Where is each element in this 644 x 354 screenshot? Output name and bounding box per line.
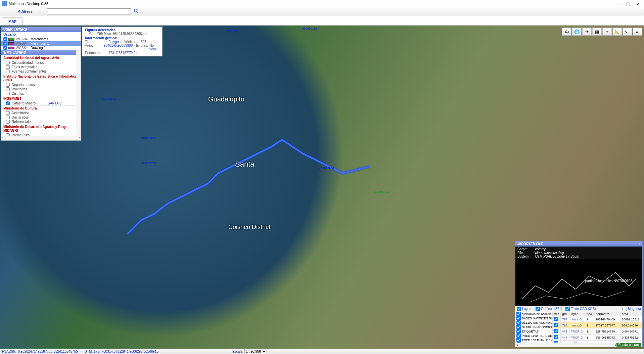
row-checkbox[interactable] bbox=[554, 341, 558, 343]
svg-line-4 bbox=[137, 11, 138, 13]
grid-icon[interactable]: ▦ bbox=[592, 28, 602, 36]
imp-layer-checkbox[interactable] bbox=[516, 342, 521, 343]
close-icon[interactable]: × bbox=[638, 242, 640, 246]
wms-checkbox[interactable] bbox=[6, 116, 10, 119]
wms-checkbox[interactable] bbox=[6, 61, 10, 64]
table-header[interactable]: perimetro bbox=[594, 312, 620, 316]
menu-icon[interactable]: ≡ bbox=[633, 28, 642, 36]
imported-layer-item[interactable]: PREDIOS SANEADOS PRO bbox=[515, 342, 552, 343]
table-header[interactable]: layer bbox=[569, 312, 585, 316]
tab-map[interactable]: MAP bbox=[2, 17, 23, 25]
table-row[interactable]: 799 huaraz3 1 17317.537677... 984.014596 bbox=[553, 322, 642, 328]
wms-checkbox[interactable] bbox=[6, 120, 10, 124]
imported-layer-list[interactable]: afectacion sin acondicionBASES MATRICES … bbox=[515, 312, 552, 343]
wms-checkbox[interactable] bbox=[6, 92, 10, 95]
table-row[interactable]: 798 trujillo 1 21468.330753... 928.39437… bbox=[553, 341, 642, 343]
wms-item[interactable]: Fajas marginales bbox=[1, 65, 81, 69]
cursor-icon[interactable]: ↖⁺ bbox=[623, 28, 632, 36]
row-checkbox[interactable] bbox=[554, 323, 558, 327]
imported-layer-item[interactable]: PRED 1192 FINAL DENEG bbox=[515, 334, 552, 338]
wms-checkbox[interactable] bbox=[6, 133, 10, 136]
imported-table[interactable]: Vergidlayertipoperimetroarea 797 huaraz3… bbox=[552, 312, 642, 343]
wms-checkbox[interactable] bbox=[6, 101, 10, 105]
minimize-button[interactable]: — bbox=[616, 1, 620, 6]
table-row[interactable]: 472 PROP_2 1 328.75214840... 0.40494271 bbox=[553, 328, 642, 335]
table-header[interactable]: Ver bbox=[553, 312, 561, 316]
table-row[interactable]: 797 huaraz3 1 185166.79409... 20899.1351… bbox=[553, 316, 642, 322]
row-checkbox[interactable] bbox=[554, 335, 558, 339]
wms-checkbox[interactable] bbox=[6, 70, 10, 73]
toggle-texto[interactable]: Texto CAD (315) bbox=[565, 307, 596, 311]
imported-layer-item[interactable]: DL130 SIN ACONDICION bbox=[515, 325, 552, 329]
imp-layer-checkbox[interactable] bbox=[516, 320, 521, 325]
row-checkbox[interactable] bbox=[554, 329, 558, 333]
imported-layer-item[interactable]: ETIQUETAS bbox=[515, 329, 552, 334]
wms-label: Referenciales bbox=[12, 120, 32, 124]
layer-checkbox[interactable] bbox=[3, 46, 7, 50]
user-layer-row[interactable]: WGS84 File import 1 bbox=[1, 41, 81, 46]
hscroll[interactable]: ‹› bbox=[1, 136, 81, 140]
toggle-graficos[interactable]: Gráficos (521) bbox=[536, 307, 562, 311]
wms-item[interactable]: Departamentos bbox=[1, 83, 81, 87]
wms-label: Fuentes contaminantes bbox=[12, 70, 47, 73]
wms-item[interactable]: Catastro MineroSANTA V bbox=[1, 101, 81, 105]
imp-layer-checkbox[interactable] bbox=[516, 338, 521, 342]
layer-checkbox[interactable] bbox=[3, 42, 7, 45]
tab-row: MAP bbox=[0, 15, 644, 26]
toggle-magenta[interactable]: Magenta bbox=[623, 307, 641, 311]
table-header[interactable]: gid bbox=[561, 312, 569, 316]
imp-layer-checkbox[interactable] bbox=[516, 312, 521, 316]
imported-layer-item[interactable]: PRED 130 FINAL DENEGA bbox=[515, 338, 552, 342]
user-layer-row[interactable]: WGS84 Marcadores bbox=[1, 37, 81, 41]
imp-layer-checkbox[interactable] bbox=[516, 329, 521, 334]
wms-checkbox[interactable] bbox=[6, 87, 10, 91]
wms-item[interactable]: Delimitados bbox=[1, 111, 81, 115]
table-header[interactable]: tipo bbox=[585, 312, 594, 316]
row-checkbox[interactable] bbox=[554, 317, 558, 321]
close-button[interactable]: ✕ bbox=[636, 1, 640, 6]
wms-item[interactable]: Predio Rural bbox=[1, 133, 81, 136]
wms-item[interactable]: Fuentes contaminantes bbox=[1, 69, 81, 74]
ruler-icon[interactable]: 📐 bbox=[612, 28, 622, 36]
address-bar: Address bbox=[0, 7, 644, 15]
table-row[interactable]: 444 PROP_3 1 236.96165043... 0.33878522 bbox=[553, 335, 642, 341]
maximize-button[interactable]: ▢ bbox=[626, 1, 630, 6]
parcel-code: 010065700 bbox=[141, 162, 156, 165]
plane-icon[interactable]: ✈ bbox=[582, 28, 592, 36]
layer-checkbox[interactable] bbox=[3, 37, 7, 41]
wms-item[interactable]: Disponibilidad hídrica bbox=[1, 60, 81, 65]
cell-layer: huaraz3 bbox=[569, 322, 585, 328]
wms-item[interactable]: Declarados bbox=[1, 115, 81, 120]
layers-icon[interactable]: 🗂 bbox=[562, 28, 571, 36]
wms-item[interactable]: Provincias bbox=[1, 87, 81, 91]
layer-crs: WGS84 bbox=[16, 37, 29, 41]
wms-item[interactable]: Referenciales bbox=[1, 120, 81, 124]
wms-item[interactable]: Distritos bbox=[1, 91, 81, 96]
imp-layer-checkbox[interactable] bbox=[516, 316, 521, 320]
wms-checkbox[interactable] bbox=[6, 111, 10, 115]
search-icon[interactable] bbox=[134, 8, 138, 14]
toggle-layers[interactable]: Layers bbox=[517, 307, 532, 311]
wms-checkbox[interactable] bbox=[6, 83, 10, 87]
cell-gid: 444 bbox=[561, 335, 569, 341]
address-input[interactable] bbox=[47, 8, 131, 14]
vscroll[interactable] bbox=[76, 50, 81, 136]
cad-preview[interactable]: partida electronica N°07000108 bbox=[515, 259, 642, 306]
cell-perimetro: 236.96165043... bbox=[594, 335, 620, 341]
globe-icon[interactable]: 🌐 bbox=[572, 28, 582, 36]
info-title2: Información gráfica: bbox=[85, 36, 159, 40]
cell-layer: PROP_3 bbox=[569, 335, 585, 341]
table-header[interactable]: area bbox=[620, 312, 642, 316]
imported-layer-item[interactable]: DL1192 SIN ACONDICION bbox=[515, 320, 552, 325]
imp-layer-checkbox[interactable] bbox=[516, 334, 521, 338]
imported-layer-item[interactable]: BASES MATRICES SUNAR bbox=[515, 316, 552, 320]
parcel-code: 110000-21 bbox=[374, 190, 389, 193]
wms-checkbox[interactable] bbox=[6, 65, 10, 69]
imported-layer-item[interactable]: afectacion sin acondicion bbox=[515, 312, 552, 316]
footer-badge[interactable]: Fondo oscuro bbox=[616, 343, 641, 347]
scale-select[interactable]: 1 : 90,986 bbox=[244, 349, 267, 354]
imp-layer-checkbox[interactable] bbox=[516, 325, 521, 329]
user-layer-row[interactable]: WGS84 Drawing 1 bbox=[1, 46, 81, 50]
add-icon[interactable]: ＋ bbox=[602, 28, 612, 36]
status-bar: PSAD56: -8.98202471493167,-78.6324115645… bbox=[0, 349, 644, 354]
